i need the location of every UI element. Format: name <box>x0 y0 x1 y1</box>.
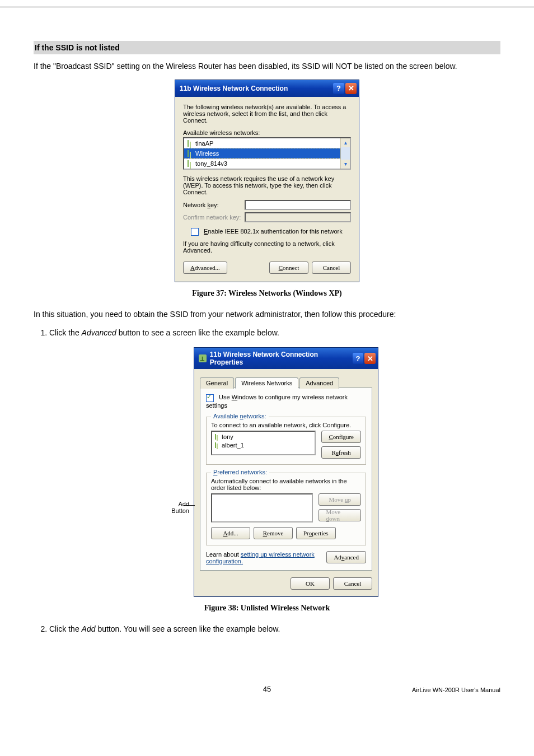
dialog-body: The following wireless network(s) are av… <box>175 97 359 282</box>
network-row-selected[interactable]: Wireless <box>184 148 341 158</box>
figure-37: 11b Wireless Network Connection ? ✕ The … <box>34 80 500 282</box>
scroll-down-icon[interactable]: ▾ <box>341 160 350 169</box>
intro-paragraph: If the "Broadcast SSID" setting on the W… <box>34 61 500 72</box>
confirm-key-input <box>245 212 351 222</box>
confirm-key-label: Confirm network key: <box>183 214 245 221</box>
cancel-button[interactable]: Cancel <box>312 262 351 274</box>
network-key-input[interactable] <box>245 200 351 210</box>
tab-panel: Use Windows to configure my wireless net… <box>200 388 372 570</box>
learn-text: Learn about setting up wireless network … <box>206 551 321 564</box>
add-button[interactable]: Add... <box>211 527 250 539</box>
dialog-title: 11b Wireless Network Connection Properti… <box>210 351 352 366</box>
advanced-button[interactable]: Advanced... <box>183 262 227 274</box>
wep-requirement-text: This wireless network requires the use o… <box>183 175 351 195</box>
available-networks-group: Available networks: To connect to an ava… <box>206 417 366 465</box>
scroll-track[interactable] <box>341 147 350 160</box>
signal-icon <box>214 434 219 440</box>
use-windows-checkbox[interactable] <box>206 394 214 402</box>
use-windows-label: Use Windows to configure my wireless net… <box>206 394 348 408</box>
preferred-hint: Automatically connect to available netwo… <box>211 478 361 491</box>
dialog-body: General Wireless Networks Advanced Use W… <box>194 369 378 596</box>
difficulty-text: If you are having difficulty connecting … <box>183 240 351 254</box>
section-heading: If the SSID is not listed <box>34 41 500 54</box>
list-item[interactable]: albert_1 <box>214 441 312 450</box>
tab-advanced[interactable]: Advanced <box>299 377 339 389</box>
tab-general[interactable]: General <box>200 377 234 389</box>
signal-icon <box>186 150 192 157</box>
tab-strip: General Wireless Networks Advanced <box>200 372 372 388</box>
figure-38: Add Button ⊥ 11b Wireless Network Connec… <box>34 347 500 596</box>
page-footer: 45 AirLive WN-200R User's Manual <box>34 685 500 693</box>
close-icon[interactable]: ✕ <box>345 83 357 94</box>
network-key-row: Network key: <box>183 200 351 210</box>
signal-icon <box>186 160 192 167</box>
refresh-button[interactable]: Refresh <box>321 446 361 459</box>
confirm-key-row: Confirm network key: <box>183 212 351 222</box>
figure-38-caption: Figure 38: Unlisted Wireless Network <box>34 604 500 613</box>
titlebar: ⊥ 11b Wireless Network Connection Proper… <box>194 348 378 369</box>
available-legend: Available networks: <box>211 413 269 419</box>
dialog-intro-text: The following wireless network(s) are av… <box>183 104 351 124</box>
use-windows-row: Use Windows to configure my wireless net… <box>206 394 366 408</box>
move-down-button: Move down <box>318 509 361 521</box>
procedure-list: Click the Advanced button to see a scree… <box>34 328 500 339</box>
wireless-icon: ⊥ <box>199 354 207 362</box>
manual-name: AirLive WN-200R User's Manual <box>412 687 500 693</box>
ok-button[interactable]: OK <box>291 577 330 590</box>
remove-button[interactable]: Remove <box>254 527 293 539</box>
network-row[interactable]: tinaAP <box>184 138 341 148</box>
advanced-button[interactable]: Advanced <box>326 551 366 563</box>
procedure-list-continued: Click the Add button. You will see a scr… <box>34 624 500 635</box>
preferred-list[interactable] <box>211 493 313 522</box>
step-2: Click the Add button. You will see a scr… <box>49 624 500 635</box>
tab-wireless-networks[interactable]: Wireless Networks <box>235 377 298 389</box>
situation-paragraph: In this situation, you need to obtain th… <box>34 309 500 320</box>
scrollbar[interactable]: ▴ ▾ <box>340 138 350 169</box>
network-row[interactable]: tony_814v3 <box>184 158 341 169</box>
step-1: Click the Advanced button to see a scree… <box>49 328 500 339</box>
signal-icon <box>214 442 219 448</box>
properties-button[interactable]: Properties <box>296 527 336 539</box>
available-list[interactable]: tony albert_1 <box>211 431 316 455</box>
list-item[interactable]: tony <box>214 433 312 441</box>
connect-button[interactable]: Connect <box>269 262 308 274</box>
available-networks-label: Available wireless networks: <box>183 129 351 136</box>
enable-8021x-row: Enable IEEE 802.1x authentication for th… <box>191 228 351 236</box>
xp-dialog-properties: ⊥ 11b Wireless Network Connection Proper… <box>194 347 378 596</box>
titlebar: 11b Wireless Network Connection ? ✕ <box>175 80 359 97</box>
help-icon[interactable]: ? <box>333 83 344 94</box>
preferred-legend: Preferred networks: <box>211 469 269 475</box>
add-button-callout: Add Button <box>156 501 189 514</box>
available-hint: To connect to an available network, clic… <box>211 422 361 428</box>
signal-icon <box>186 140 192 147</box>
dialog-title: 11b Wireless Network Connection <box>180 85 332 92</box>
scroll-up-icon[interactable]: ▴ <box>341 138 350 147</box>
callout-line <box>184 505 195 506</box>
available-networks-list[interactable]: tinaAP Wireless tony_814v3 ▴ ▾ <box>183 137 351 170</box>
close-icon[interactable]: ✕ <box>364 353 376 364</box>
dialog-footer: Advanced... Connect Cancel <box>183 262 351 274</box>
document-page: If the SSID is not listed If the "Broadc… <box>0 7 534 712</box>
network-key-label: Network key: <box>183 202 245 208</box>
enable-8021x-checkbox[interactable] <box>191 228 199 236</box>
xp-dialog-wireless-connection: 11b Wireless Network Connection ? ✕ The … <box>175 80 359 282</box>
configure-button[interactable]: Configure <box>321 431 361 443</box>
enable-8021x-label: Enable IEEE 802.1x authentication for th… <box>204 228 343 235</box>
cancel-button[interactable]: Cancel <box>333 577 372 590</box>
help-icon[interactable]: ? <box>353 353 364 364</box>
preferred-networks-group: Preferred networks: Automatically connec… <box>206 473 366 545</box>
move-up-button: Move up <box>318 493 361 506</box>
figure-37-caption: Figure 37: Wireless Networks (Windows XP… <box>34 289 500 298</box>
